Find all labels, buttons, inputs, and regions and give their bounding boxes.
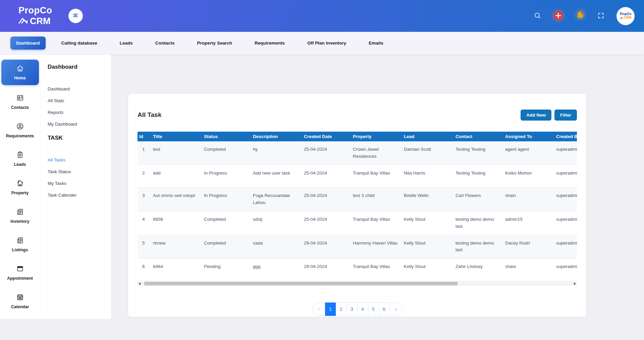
sidebar-item-home[interactable]: Home <box>1 60 39 85</box>
cell-created-date: 25-04-2024 <box>301 141 350 165</box>
all-task-panel: All Task Add New Filter IdTitleStatusDes… <box>128 93 587 317</box>
avatar-logo-text-top: PropCo <box>620 12 631 16</box>
contacts-icon <box>16 94 24 103</box>
cell-title: test <box>150 141 201 165</box>
sidebar-item-appointment[interactable]: Appointment <box>1 265 39 281</box>
scrollbar-thumb[interactable] <box>144 282 458 285</box>
submenu-item-task-calender[interactable]: Task Calender <box>48 193 108 198</box>
submenu-item-reports[interactable]: Reports <box>48 110 108 115</box>
cell-created-by: superadmin1 <box>553 259 577 281</box>
cell-created-date: 25-04-2024 <box>301 211 350 235</box>
topbar-actions: PropCo CRM <box>534 7 635 25</box>
submenu-item-all-stats[interactable]: All Stats <box>48 98 108 103</box>
cell-description: sdstj <box>250 211 301 235</box>
tab-property-search[interactable]: Property Search <box>191 37 239 50</box>
cell-lead: Kelly Stout <box>401 211 453 235</box>
cell-id: 1 <box>138 141 150 165</box>
pagination-prev-button[interactable]: ‹ <box>312 302 325 316</box>
table-row[interactable]: 1testCompletedhy25-04-2024Crown Jewel Re… <box>138 141 577 165</box>
table-row[interactable]: 46656Completedsdstj25-04-2024Tranquil Ba… <box>138 211 577 235</box>
notifications-button[interactable] <box>575 10 585 21</box>
app-logo: PropCo CRM <box>18 6 52 26</box>
cell-property: Tranquil Bay Villas <box>350 165 401 187</box>
filter-button[interactable]: Filter <box>554 110 577 121</box>
scrollbar-track[interactable] <box>142 281 572 286</box>
property-icon <box>16 179 24 189</box>
cell-contact: Carl Flowers <box>453 187 502 211</box>
icon-sidebar: HomeContactsRequirementsLeadsPropertyInv… <box>0 55 40 319</box>
pagination-page-4[interactable]: 4 <box>357 302 368 316</box>
cell-assigned-to: shani <box>502 259 553 281</box>
sidebar-item-calendar[interactable]: Calendar <box>1 293 39 309</box>
cell-status: In Progress <box>201 165 250 187</box>
pagination-page-1[interactable]: 1 <box>325 302 336 316</box>
horizontal-scrollbar[interactable] <box>138 281 577 286</box>
tab-emails[interactable]: Emails <box>362 37 390 50</box>
cell-status: In Progress <box>201 187 250 211</box>
scroll-left-arrow[interactable] <box>138 281 142 286</box>
cell-title: 6464 <box>150 259 201 281</box>
sidebar-item-inventory[interactable]: Inventory <box>1 208 39 224</box>
sidebar-item-contacts[interactable]: Contacts <box>1 94 39 110</box>
cell-id: 6 <box>138 259 150 281</box>
pagination: ‹123456› <box>133 302 581 316</box>
cell-assigned-to: Keiko Morton <box>502 165 553 187</box>
tab-requirements[interactable]: Requirements <box>248 37 291 50</box>
tab-dashboard[interactable]: Dashboard <box>10 37 46 50</box>
add-new-button[interactable]: Add New <box>521 110 551 121</box>
sidebar-item-label: Appointment <box>7 276 33 281</box>
main-content: All Task Add New Filter IdTitleStatusDes… <box>111 55 644 319</box>
table-row[interactable]: 66464Pendingggg29-04-2024Tranquil Bay Vi… <box>138 259 577 281</box>
logo-text-bottom: CRM <box>30 17 51 26</box>
fullscreen-button[interactable] <box>597 12 604 20</box>
cell-description: ggg <box>250 259 301 281</box>
submenu-item-my-dashboard[interactable]: My Dashboard <box>48 122 108 127</box>
submenu-item-all-tasks[interactable]: All Tasks <box>48 157 108 162</box>
pagination-page-3[interactable]: 3 <box>346 302 358 316</box>
table-row[interactable]: 3Aut omnis sed voluptIn ProgressFuga Rec… <box>138 187 577 211</box>
sidebar-item-leads[interactable]: Leads <box>1 151 39 167</box>
panel-header: All Task Add New Filter <box>133 109 581 121</box>
cell-id: 2 <box>138 165 150 187</box>
column-header-contact: Contact <box>453 132 502 141</box>
task-table-body: 1testCompletedhy25-04-2024Crown Jewel Re… <box>138 141 577 281</box>
pagination-page-6[interactable]: 6 <box>379 302 390 316</box>
cell-property: Tranquil Bay Villas <box>350 211 401 235</box>
submenu-item-dashboard[interactable]: Dashboard <box>48 86 108 91</box>
cell-title: 6656 <box>150 211 201 235</box>
sidebar-item-listings[interactable]: Listings <box>1 236 39 252</box>
sidebar-item-requirements[interactable]: Requirements <box>1 122 39 138</box>
column-header-title: Title <box>150 132 201 141</box>
pagination-next-button[interactable]: › <box>389 302 402 316</box>
cell-status: Completed <box>201 211 250 235</box>
column-header-id: Id <box>138 132 150 141</box>
appointment-icon <box>16 265 24 274</box>
table-row[interactable]: 5rtrnewCompletedsada29-04-2024Harmony Ha… <box>138 235 577 259</box>
column-header-property: Property <box>350 132 401 141</box>
sidebar-item-label: Listings <box>12 248 28 252</box>
submenu-item-task-status[interactable]: Task Status <box>48 169 108 174</box>
tab-contacts[interactable]: Contacts <box>149 37 181 50</box>
sidebar-toggle-button[interactable] <box>68 9 83 23</box>
task-table: IdTitleStatusDescriptionCreated DateProp… <box>138 132 577 281</box>
quick-add-button[interactable] <box>553 11 563 21</box>
cell-assigned-to: admin15 <box>502 211 553 235</box>
table-row[interactable]: 2addIn ProgressAdd new user task25-04-20… <box>138 165 577 187</box>
sidebar-item-property[interactable]: Property <box>1 179 39 195</box>
fullscreen-icon <box>597 12 604 20</box>
topbar: PropCo CRM PropCo <box>0 0 644 32</box>
cell-contact: Testing Testing <box>453 165 502 187</box>
cell-status: Pending <box>201 259 250 281</box>
cell-id: 3 <box>138 187 150 211</box>
user-avatar[interactable]: PropCo CRM <box>616 7 635 25</box>
tab-calling-database[interactable]: Calling database <box>55 37 104 50</box>
quick-add-icon <box>553 11 563 21</box>
cell-status: Completed <box>201 235 250 259</box>
scroll-right-arrow[interactable] <box>572 281 577 286</box>
tab-off-plan-inventory[interactable]: Off Plan Inventory <box>301 37 353 50</box>
pagination-page-5[interactable]: 5 <box>368 302 379 316</box>
search-button[interactable] <box>534 12 541 20</box>
pagination-page-2[interactable]: 2 <box>336 302 347 316</box>
submenu-item-my-tasks[interactable]: My Tasks <box>48 181 108 186</box>
tab-leads[interactable]: Leads <box>113 37 140 50</box>
